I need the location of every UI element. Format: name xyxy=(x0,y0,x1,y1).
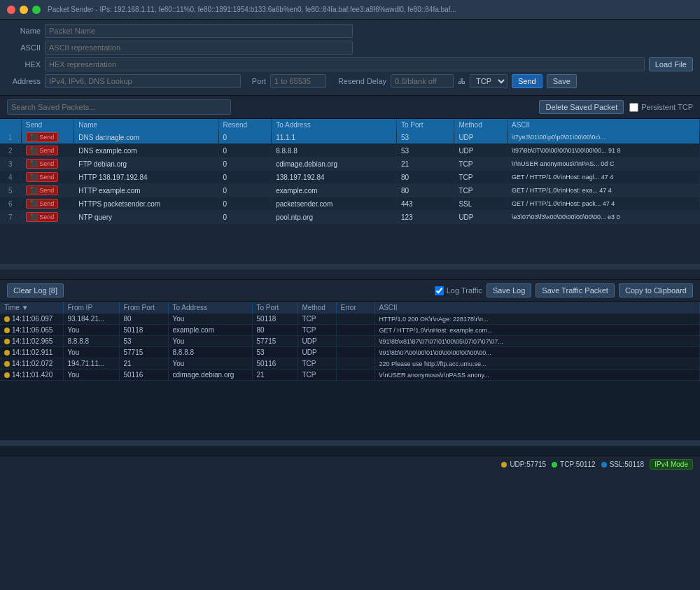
log-from-port: 80 xyxy=(119,314,168,325)
maximize-button[interactable] xyxy=(32,6,41,14)
horizontal-scrollbar[interactable] xyxy=(0,264,700,269)
log-traffic-label[interactable]: Log Traffic xyxy=(435,286,482,295)
send-mini-button[interactable]: ⬛ Send xyxy=(26,199,59,209)
col-header-send: Send xyxy=(21,119,74,131)
load-file-button[interactable]: Load File xyxy=(649,57,693,71)
send-mini-button[interactable]: ⬛ Send xyxy=(26,146,59,155)
row-ascii: GET / HTTP/1.0\r\nHost: exa... 47 4 xyxy=(507,184,699,197)
log-col-from-port: From Port xyxy=(119,302,168,314)
window-title: Packet Sender - IPs: 192.168.1.11, fe80:… xyxy=(48,6,456,13)
row-port: 21 xyxy=(396,157,454,171)
log-horizontal-scrollbar[interactable] xyxy=(0,440,700,446)
address-input[interactable] xyxy=(45,74,241,88)
log-to-port: 50116 xyxy=(252,358,298,370)
log-method: TCP xyxy=(298,314,336,325)
hex-input[interactable] xyxy=(45,57,645,71)
row-method: TCP xyxy=(454,184,507,197)
table-row[interactable]: 5 ⬛ Send HTTP example.com 0 example.com … xyxy=(0,184,700,197)
save-button[interactable]: Save xyxy=(547,74,577,88)
log-col-error: Error xyxy=(336,302,374,314)
log-dot-icon xyxy=(4,372,10,378)
send-mini-button[interactable]: ⬛ Send xyxy=(26,185,59,195)
port-input[interactable] xyxy=(270,74,326,88)
col-header-method: Method xyxy=(454,119,507,131)
send-button[interactable]: Send xyxy=(512,74,542,88)
log-from-ip: You xyxy=(63,325,119,336)
ip-mode-text: IPv4 Mode xyxy=(654,461,688,468)
saved-packets-table: Send Name Resend To Address To Port Meth… xyxy=(0,119,700,280)
resend-delay-input[interactable] xyxy=(391,74,454,88)
table-row[interactable]: 1 ⬛ Send DNS dannagle.com 0 11.1.1 53 UD… xyxy=(0,131,700,144)
protocol-select[interactable]: TCP UDP SSL xyxy=(470,74,507,88)
send-mini-button[interactable]: ⬛ Send xyxy=(26,172,59,182)
send-cell[interactable]: ⬛ Send xyxy=(21,184,74,197)
table-row[interactable]: 4 ⬛ Send HTTP 138.197.192.84 0 138.197.1… xyxy=(0,171,700,184)
row-method: UDP xyxy=(454,211,507,224)
row-name: DNS dannagle.com xyxy=(74,131,218,144)
search-input[interactable] xyxy=(7,99,231,115)
row-num: 3 xyxy=(0,157,21,171)
send-cell[interactable]: ⬛ Send xyxy=(21,131,74,144)
log-from-ip: You xyxy=(63,347,119,358)
log-from-port: 50118 xyxy=(119,325,168,336)
row-ascii: GET / HTTP/1.0\r\nHost: pack... 47 4 xyxy=(507,197,699,211)
table-row[interactable]: 3 ⬛ Send FTP debian.org 0 cdimage.debian… xyxy=(0,157,700,171)
send-cell[interactable]: ⬛ Send xyxy=(21,197,74,211)
traffic-lights xyxy=(7,6,41,14)
table-row[interactable]: 2 ⬛ Send DNS example.com 0 8.8.8.8 53 UD… xyxy=(0,144,700,157)
log-table-scroll[interactable]: Time ▼ From IP From Port To Address To P… xyxy=(0,302,700,440)
ssl-dot xyxy=(601,462,607,468)
log-row[interactable]: 14:11:02.911 You 57715 8.8.8.8 53 UDP \t… xyxy=(0,347,700,358)
packets-table-scroll[interactable]: Send Name Resend To Address To Port Meth… xyxy=(0,119,700,264)
log-to-port: 50118 xyxy=(252,314,298,325)
log-row[interactable]: 14:11:01.420 You 50116 cdimage.debian.or… xyxy=(0,370,700,381)
log-traffic-checkbox[interactable] xyxy=(435,286,444,295)
row-name: DNS example.com xyxy=(74,144,218,157)
name-input[interactable] xyxy=(45,24,353,38)
save-traffic-packet-button[interactable]: Save Traffic Packet xyxy=(536,283,615,297)
log-row[interactable]: 14:11:02.965 8.8.8.8 53 You 57715 UDP \t… xyxy=(0,336,700,347)
ascii-input[interactable] xyxy=(45,41,353,55)
log-ascii: \t91\8b\x81\87\07\07\01\00\05\07\07\07\0… xyxy=(374,336,700,347)
persistent-tcp-label[interactable]: Persistent TCP xyxy=(629,103,693,112)
log-to-addr: cdimage.debian.org xyxy=(168,370,252,381)
table-row[interactable]: 7 ⬛ Send NTP query 0 pool.ntp.org 123 UD… xyxy=(0,211,700,224)
log-row[interactable]: 14:11:06.097 93.184.21... 80 You 50118 T… xyxy=(0,314,700,325)
log-dot-icon xyxy=(4,361,10,367)
row-name: HTTPS packetsender.com xyxy=(74,197,218,211)
send-cell[interactable]: ⬛ Send xyxy=(21,211,74,224)
packet-form: Name ASCII HEX Load File Address Port Re… xyxy=(0,20,700,96)
send-mini-button[interactable]: ⬛ Send xyxy=(26,159,59,169)
log-to-port: 57715 xyxy=(252,336,298,347)
send-cell[interactable]: ⬛ Send xyxy=(21,171,74,184)
minimize-button[interactable] xyxy=(20,6,28,14)
persistent-tcp-text: Persistent TCP xyxy=(641,103,693,111)
log-time: 14:11:01.420 xyxy=(0,370,63,381)
log-to-addr: You xyxy=(168,336,252,347)
log-to-port: 53 xyxy=(252,347,298,358)
save-log-button[interactable]: Save Log xyxy=(486,283,531,297)
delete-saved-packet-button[interactable]: Delete Saved Packet xyxy=(539,100,624,114)
close-button[interactable] xyxy=(7,6,15,14)
send-mini-button[interactable]: ⬛ Send xyxy=(26,132,59,142)
row-ascii: GET / HTTP/1.0\r\nHost: nagl... 47 4 xyxy=(507,171,699,184)
send-cell[interactable]: ⬛ Send xyxy=(21,144,74,157)
row-address: example.com xyxy=(272,184,397,197)
send-cell[interactable]: ⬛ Send xyxy=(21,157,74,171)
network-icon: 🖧 xyxy=(458,77,465,85)
table-row[interactable]: 6 ⬛ Send HTTPS packetsender.com 0 packet… xyxy=(0,197,700,211)
clear-log-button[interactable]: Clear Log [8] xyxy=(7,283,64,297)
log-time: 14:11:02.072 xyxy=(0,358,63,370)
log-row[interactable]: 14:11:06.065 You 50118 example.com 80 TC… xyxy=(0,325,700,336)
row-address: pool.ntp.org xyxy=(272,211,397,224)
status-bar: UDP:57715 TCP:50112 SSL:50118 IPv4 Mode xyxy=(0,456,700,472)
tcp-dot xyxy=(552,462,557,468)
log-dot-icon xyxy=(4,316,10,322)
log-row[interactable]: 14:11:02.072 194.71.11... 21 You 50116 T… xyxy=(0,358,700,370)
persistent-tcp-checkbox[interactable] xyxy=(629,103,638,112)
log-to-port: 80 xyxy=(252,325,298,336)
search-bar-row: Delete Saved Packet Persistent TCP xyxy=(0,96,700,119)
row-num: 5 xyxy=(0,184,21,197)
send-mini-button[interactable]: ⬛ Send xyxy=(26,212,59,222)
copy-to-clipboard-button[interactable]: Copy to Clipboard xyxy=(619,283,693,297)
